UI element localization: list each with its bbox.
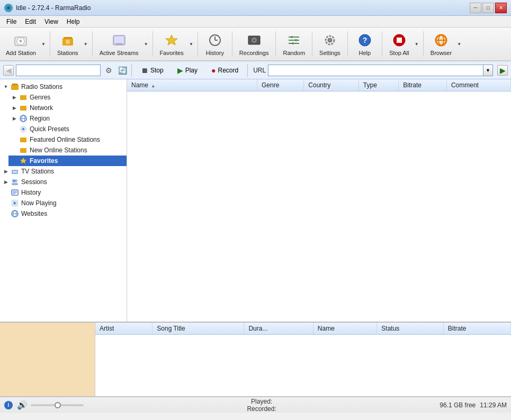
separator-7 bbox=[312, 31, 312, 57]
col-type[interactable]: Type bbox=[358, 79, 398, 92]
sidebar-label-radio-stations: Radio Stations bbox=[21, 83, 62, 90]
svg-marker-45 bbox=[20, 158, 26, 163]
separator-2 bbox=[92, 31, 93, 57]
svg-rect-43 bbox=[20, 138, 26, 142]
settings-button[interactable]: Settings bbox=[316, 29, 344, 59]
favorites-button[interactable]: Favorites bbox=[156, 29, 187, 59]
radio-stations-icon bbox=[11, 83, 19, 91]
nav-go-button[interactable]: ▶ bbox=[497, 65, 508, 76]
col-name[interactable]: Name ▲ bbox=[127, 79, 257, 92]
playlist-col-song-title-label: Song Title bbox=[157, 325, 185, 332]
svg-rect-44 bbox=[20, 148, 26, 153]
sidebar-item-region[interactable]: ▶ Region bbox=[8, 113, 127, 124]
add-station-button[interactable]: + Add Station bbox=[2, 29, 40, 59]
configure-icon[interactable]: ⚙ bbox=[103, 65, 114, 76]
sidebar-item-history[interactable]: ▶ History bbox=[0, 187, 127, 198]
browser-button[interactable]: Browser bbox=[427, 29, 455, 59]
svg-rect-9 bbox=[114, 36, 124, 43]
expand-network[interactable]: ▶ bbox=[11, 104, 18, 112]
play-button[interactable]: ▶ Play bbox=[172, 63, 203, 77]
random-button[interactable]: Random bbox=[279, 29, 309, 59]
col-comment[interactable]: Comment bbox=[446, 79, 510, 92]
playlist-col-duration[interactable]: Dura... bbox=[244, 323, 313, 335]
stop-all-dropdown[interactable]: ▼ bbox=[414, 29, 420, 59]
sidebar-item-radio-stations[interactable]: ▼ Radio Stations bbox=[0, 81, 127, 92]
sidebar-item-quick-presets[interactable]: ▶ Quick Presets bbox=[8, 124, 127, 134]
playlist-col-song-title[interactable]: Song Title bbox=[153, 323, 244, 335]
playlist-col-status-label: Status bbox=[381, 325, 399, 332]
sidebar-item-websites[interactable]: ▶ Websites bbox=[0, 208, 127, 219]
playlist-col-artist[interactable]: Artist bbox=[95, 323, 153, 335]
sidebar-item-favorites[interactable]: ▶ Favorites bbox=[8, 156, 127, 166]
svg-point-42 bbox=[22, 128, 24, 130]
sidebar-item-new-online[interactable]: ▶ New Online Stations bbox=[8, 145, 127, 156]
settings-icon bbox=[321, 32, 338, 49]
content-table: Name ▲ Genre Country Type Bitrate bbox=[127, 79, 511, 92]
col-genre[interactable]: Genre bbox=[257, 79, 304, 92]
record-label: Record bbox=[218, 67, 239, 74]
minimize-button[interactable]: ─ bbox=[470, 3, 481, 13]
settings-label: Settings bbox=[319, 50, 340, 56]
address-input[interactable] bbox=[16, 65, 101, 76]
favorites-icon bbox=[163, 32, 180, 49]
menu-file[interactable]: File bbox=[2, 17, 21, 26]
help-button[interactable]: ? Help bbox=[351, 29, 379, 59]
stations-button[interactable]: Stations bbox=[53, 29, 82, 59]
volume-thumb[interactable] bbox=[55, 402, 61, 408]
separator-6 bbox=[275, 31, 276, 57]
stop-icon: ⏹ bbox=[141, 66, 148, 75]
action-sep-1 bbox=[131, 64, 132, 77]
record-button[interactable]: ● Record bbox=[205, 63, 244, 77]
url-input[interactable] bbox=[268, 65, 483, 76]
maximize-button[interactable]: □ bbox=[482, 3, 494, 13]
sidebar-item-featured-online[interactable]: ▶ Featured Online Stations bbox=[8, 134, 127, 145]
expand-region[interactable]: ▶ bbox=[11, 115, 18, 122]
favorites-dropdown[interactable]: ▼ bbox=[188, 29, 194, 59]
svg-rect-36 bbox=[20, 95, 26, 100]
stop-all-button[interactable]: Stop All bbox=[386, 29, 413, 59]
favorites-group: Favorites ▼ bbox=[156, 29, 194, 59]
col-bitrate[interactable]: Bitrate bbox=[399, 79, 447, 92]
expand-sessions[interactable]: ▶ bbox=[2, 178, 10, 186]
sidebar-item-sessions[interactable]: ▶ Sessions bbox=[0, 177, 127, 187]
svg-rect-10 bbox=[116, 43, 122, 44]
active-streams-dropdown[interactable]: ▼ bbox=[143, 29, 149, 59]
recordings-label: Recordings bbox=[239, 50, 269, 56]
expand-radio-stations[interactable]: ▼ bbox=[2, 83, 10, 90]
sidebar-item-genres[interactable]: ▶ Genres bbox=[8, 92, 127, 103]
stop-button[interactable]: ⏹ Stop bbox=[135, 63, 169, 77]
svg-rect-34 bbox=[11, 85, 19, 90]
refresh-icon[interactable]: 🔄 bbox=[116, 65, 128, 76]
genres-icon bbox=[19, 93, 28, 102]
sidebar-item-now-playing[interactable]: ▶ Now Playing bbox=[0, 198, 127, 208]
history-button[interactable]: History bbox=[201, 29, 229, 59]
playlist-col-name[interactable]: Name bbox=[313, 323, 377, 335]
expand-tv-stations[interactable]: ▶ bbox=[2, 168, 10, 175]
volume-slider[interactable] bbox=[31, 404, 84, 406]
svg-point-23 bbox=[292, 42, 294, 44]
album-art bbox=[0, 323, 95, 396]
radio-stations-children: ▶ Genres ▶ Network ▶ Region bbox=[0, 92, 127, 166]
close-button[interactable]: ✕ bbox=[495, 3, 507, 13]
status-text: Played: Recorded: bbox=[88, 398, 435, 413]
add-station-dropdown[interactable]: ▼ bbox=[40, 29, 47, 59]
recordings-button[interactable]: Recordings bbox=[236, 29, 273, 59]
url-dropdown[interactable]: ▼ bbox=[483, 65, 493, 76]
playlist-col-bitrate[interactable]: Bitrate bbox=[443, 323, 510, 335]
playlist-col-status[interactable]: Status bbox=[377, 323, 444, 335]
stations-dropdown[interactable]: ▼ bbox=[83, 29, 89, 59]
nav-back-button[interactable]: ◀ bbox=[3, 65, 14, 76]
menu-help[interactable]: Help bbox=[62, 17, 84, 26]
stations-group: Stations ▼ bbox=[53, 29, 89, 59]
sidebar-item-network[interactable]: ▶ Network bbox=[8, 103, 127, 113]
sidebar-item-tv-stations[interactable]: ▶ TV Stations bbox=[0, 166, 127, 177]
menu-edit[interactable]: Edit bbox=[21, 17, 40, 26]
active-streams-button[interactable]: Active Streams bbox=[96, 29, 142, 59]
browser-dropdown[interactable]: ▼ bbox=[456, 29, 462, 59]
sort-arrow-name: ▲ bbox=[151, 84, 155, 88]
col-country[interactable]: Country bbox=[304, 79, 359, 92]
menu-view[interactable]: View bbox=[40, 17, 62, 26]
expand-genres[interactable]: ▶ bbox=[11, 94, 18, 101]
stop-all-icon bbox=[391, 32, 408, 49]
info-icon[interactable]: i bbox=[4, 401, 13, 409]
